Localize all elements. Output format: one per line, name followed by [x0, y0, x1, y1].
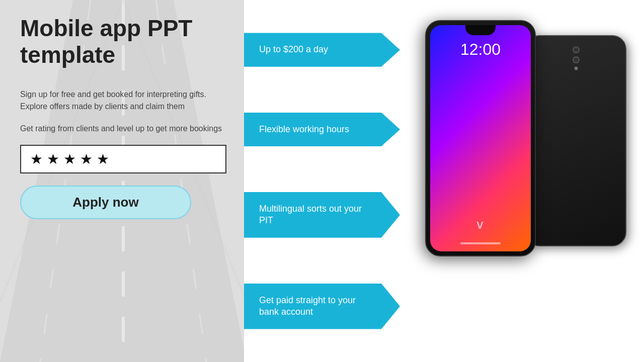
star-rating: ★ ★ ★ ★ ★	[20, 145, 226, 173]
phone-front: 12:00 V	[425, 20, 536, 256]
badge-label-1: Up to $200 a day	[259, 44, 328, 54]
middle-panel: Up to $200 a day Flexible working hours …	[244, 0, 415, 362]
phone-camera	[573, 46, 580, 70]
phone-home-bar	[460, 242, 501, 244]
badge-label-3: Multilingual sorts out your PIT	[259, 204, 362, 225]
camera-flash	[574, 66, 578, 70]
phone-brand: V	[476, 220, 484, 231]
phone-time: 12:00	[460, 40, 501, 59]
badge-label-4: Get paid straight to your bank account	[259, 295, 356, 317]
phone-group: 12:00 V	[425, 20, 626, 342]
badge-label-2: Flexible working hours	[259, 124, 349, 134]
star-4: ★	[80, 151, 93, 167]
right-panel: 12:00 V	[408, 0, 644, 362]
apply-now-button[interactable]: Apply now	[20, 186, 191, 219]
left-panel: Mobile app PPT template Sign up for free…	[0, 0, 247, 362]
camera-lens-2	[573, 56, 580, 63]
phone-back	[526, 35, 626, 246]
star-3: ★	[63, 151, 76, 167]
page-title: Mobile app PPT template	[20, 15, 226, 68]
left-content: Mobile app PPT template Sign up for free…	[0, 0, 247, 362]
camera-lens-1	[573, 46, 580, 53]
badge-item-2: Flexible working hours	[244, 113, 400, 146]
phone-notch	[465, 25, 496, 35]
star-5: ★	[97, 151, 109, 167]
badge-item-3: Multilingual sorts out your PIT	[244, 192, 400, 238]
badge-item-4: Get paid straight to your bank account	[244, 284, 400, 329]
phone-screen: 12:00 V	[430, 25, 531, 251]
badge-item-1: Up to $200 a day	[244, 33, 400, 66]
description-1: Sign up for free and get booked for inte…	[20, 88, 226, 113]
star-2: ★	[47, 151, 59, 167]
description-2: Get rating from clients and level up to …	[20, 123, 226, 135]
star-1: ★	[30, 151, 43, 167]
